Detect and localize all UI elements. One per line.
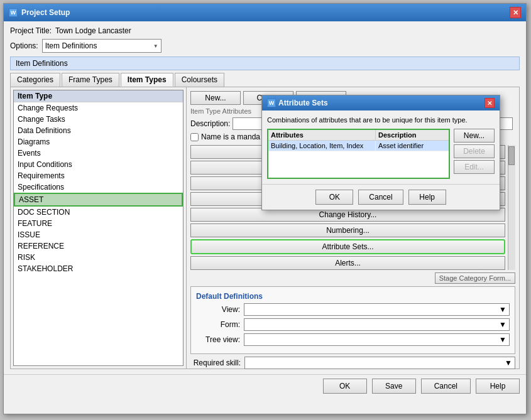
dialog-footer: OK Cancel Help [262,184,500,210]
bottom-row: OK Save Cancel Help [4,374,526,397]
dialog-body: Combinations of attributes that are to b… [262,110,500,184]
form-label: Form: [196,320,240,329]
dialog-title-bar: W Attribute Sets ✕ [262,95,500,110]
tabs-row: Categories Frame Types Item Types Colour… [10,73,520,87]
list-item[interactable]: Diagrams [14,136,183,148]
options-select-arrow: ▼ [153,43,158,49]
tree-select[interactable]: ▼ [244,333,510,346]
left-list: Item Type Change Requests Change Tasks D… [11,87,187,369]
dialog-title: Attribute Sets [278,99,328,107]
dialog-help-button[interactable]: Help [408,190,446,205]
window-title: Project Setup [21,8,70,17]
list-item[interactable]: Change Tasks [14,114,183,125]
attributes-column-header: Attributes [268,130,376,140]
view-row: View: ▼ [196,303,510,316]
dialog-close-button[interactable]: ✕ [484,98,495,108]
tab-frame-types[interactable]: Frame Types [62,73,119,87]
list-item[interactable]: Specifications [14,181,183,193]
dialog-new-button[interactable]: New... [454,129,495,143]
options-row: Options: Item Definitions ▼ [10,39,520,53]
chevron-down-icon: ▼ [505,358,512,367]
default-defs-title: Default Definitions [196,292,510,301]
default-definitions: Default Definitions View: ▼ Form: ▼ [190,286,515,354]
dialog-edit-button[interactable]: Edit... [454,160,495,174]
options-label: Options: [10,41,38,50]
list-header: Item Type [14,90,183,102]
alerts-button[interactable]: Alerts... [190,256,505,270]
stage-category-button[interactable]: Stage Category Form... [435,272,515,284]
list-item[interactable]: ISSUE [14,229,183,240]
list-item[interactable]: STAKEHOLDER [14,263,183,274]
list-item[interactable]: Requirements [14,170,183,181]
form-row: Form: ▼ [196,318,510,331]
list-item[interactable]: Data Definitions [14,125,183,136]
list-item[interactable]: Change Requests [14,102,183,114]
project-title-label: Project Title: [10,26,52,35]
dialog-button-group: New... Delete Edit... [454,129,495,179]
list-item[interactable]: FEATURE [14,218,183,229]
project-title-value: Town Lodge Lancaster [55,26,131,35]
dialog-icon: W [267,99,276,107]
required-skill-select[interactable]: ▼ [244,357,515,369]
help-button[interactable]: Help [476,379,520,394]
item-type-list[interactable]: Item Type Change Requests Change Tasks D… [13,90,183,366]
attributes-cell: Building, Location, Item, Index [268,141,376,151]
attr-table-header: Attributes Description [268,130,449,141]
chevron-down-icon: ▼ [499,305,506,314]
tree-row: Tree view: ▼ [196,333,510,346]
list-item[interactable]: RISK [14,252,183,263]
required-skill-row: Required skill: ▼ [190,357,515,369]
dialog-description: Combinations of attributes that are to b… [267,116,495,125]
dialog-ok-button[interactable]: OK [315,190,353,205]
project-title-row: Project Title: Town Lodge Lancaster [10,26,520,35]
list-item-asset[interactable]: ASSET [14,193,183,207]
dialog-delete-button[interactable]: Delete [454,144,495,158]
main-window: W Project Setup ✕ Project Title: Town Lo… [3,3,527,414]
list-item[interactable]: Input Conditions [14,159,183,170]
description-column-header: Description [376,130,449,140]
ok-button[interactable]: OK [323,379,367,394]
save-button[interactable]: Save [372,379,416,394]
description-label: Description: [190,119,230,128]
tab-categories[interactable]: Categories [10,73,60,87]
attribute-table: Attributes Description Building, Locatio… [267,129,450,179]
chevron-down-icon: ▼ [499,320,506,329]
close-button[interactable]: ✕ [510,7,521,18]
scrollbar[interactable] [508,145,515,270]
view-select[interactable]: ▼ [244,303,510,316]
mandatory-checkbox[interactable] [190,133,199,141]
app-icon: W [9,8,18,17]
attr-table-container: Attributes Description Building, Locatio… [267,129,495,179]
chevron-down-icon: ▼ [499,335,506,344]
dialog-cancel-button[interactable]: Cancel [358,190,403,205]
attribute-sets-dialog: W Attribute Sets ✕ Combinations of attri… [261,95,500,210]
new-button[interactable]: New... [190,91,241,105]
numbering-button[interactable]: Numbering... [190,223,505,237]
title-bar: W Project Setup ✕ [4,4,526,21]
list-item[interactable]: REFERENCE [14,240,183,252]
view-label: View: [196,305,240,314]
required-skill-label: Required skill: [190,358,241,367]
tab-coloursets[interactable]: Coloursets [175,73,224,87]
scrollbar-thumb [508,146,515,165]
section-header: Item Definitions [10,57,520,70]
tab-item-types[interactable]: Item Types [121,73,173,87]
attribute-sets-button[interactable]: Attribute Sets... [190,239,505,254]
list-item[interactable]: Events [14,148,183,159]
cancel-button[interactable]: Cancel [421,379,471,394]
description-cell: Asset identifier [376,141,449,151]
list-item[interactable]: DOC SECTION [14,207,183,218]
table-row[interactable]: Building, Location, Item, Index Asset id… [268,141,449,151]
mandatory-label: Name is a manda [201,132,260,141]
tree-label: Tree view: [196,335,240,344]
form-select[interactable]: ▼ [244,318,510,331]
options-select[interactable]: Item Definitions ▼ [42,39,161,53]
